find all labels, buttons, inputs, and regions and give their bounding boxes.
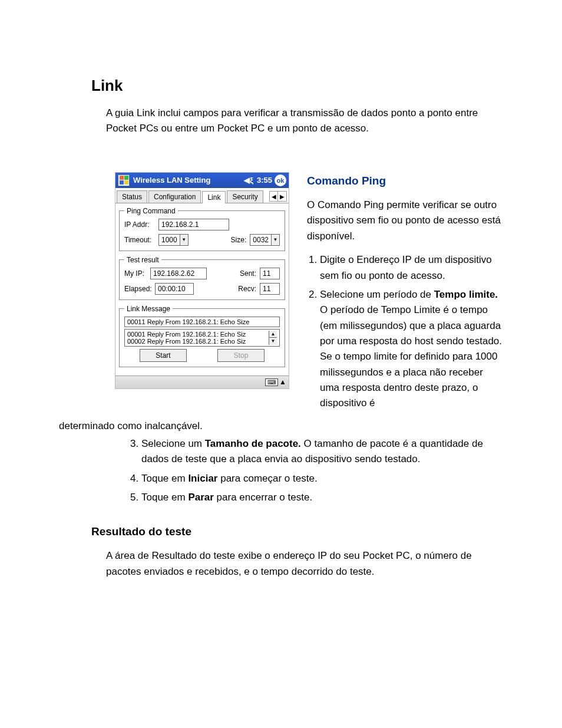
comando-ping-heading: Comando Ping [307,172,503,189]
ip-addr-input[interactable] [158,219,229,230]
tab-scroll-arrows[interactable]: ◀ ▶ [269,191,287,202]
stop-button[interactable]: Stop [217,349,265,362]
step-4: Toque em Iniciar para começar o teste. [141,471,503,486]
step-1: Digite o Endereço IP de um dispositivo s… [320,252,503,284]
tab-link[interactable]: Link [202,191,226,203]
ping-command-group: Ping Command IP Addr: Timeout: 1000▼ Siz… [119,207,285,251]
size-label: Size: [231,236,247,244]
scrollbar[interactable]: ▲ ▼ [269,331,277,345]
chevron-down-icon: ▼ [180,235,188,245]
pocketpc-screenshot: Wireless LAN Setting ◀ξ 3:55 ok Status C… [115,172,289,389]
menu-up-icon[interactable]: ▲ [279,378,286,386]
ping-command-legend: Ping Command [124,207,178,215]
comando-ping-intro: O Comando Ping permite verificar se outr… [307,197,503,244]
myip-input[interactable] [150,268,207,279]
step-2: Selecione um período de Tempo limite. O … [320,287,503,411]
timeout-select[interactable]: 1000▼ [158,234,189,246]
tab-right-icon[interactable]: ▶ [278,192,286,201]
tab-bar: Status Configuration Link Security ◀ ▶ [115,188,289,203]
elapsed-input[interactable] [155,283,194,295]
log-line: 00001 Reply From 192.168.2.1: Echo Siz [127,331,269,338]
step-3: Selecione um Tamanho de pacote. O tamanh… [141,436,503,467]
keyboard-icon[interactable]: ⌨ [265,378,278,386]
intro-paragraph: A guia Link inclui campos para verificar… [106,106,480,137]
link-message-legend: Link Message [124,305,173,313]
link-message-group: Link Message 00011 Reply From 192.168.2.… [119,305,285,367]
titlebar: Wireless LAN Setting ◀ξ 3:55 ok [115,173,289,188]
step-2-continuation: determinado como inalcançável. [59,419,503,434]
ok-button[interactable]: ok [275,174,286,186]
log-line: 00002 Reply From 192.168.2.1: Echo Siz [127,338,269,345]
ip-addr-label: IP Addr: [124,220,158,229]
tab-status[interactable]: Status [117,190,147,203]
page-title: Link [91,77,503,95]
resultado-paragraph: A área de Resultado do teste exibe o end… [106,548,480,579]
link-message-current: 00011 Reply From 192.168.2.1: Echo Size [124,317,280,327]
sent-label: Sent: [240,269,256,278]
chevron-down-icon: ▼ [271,235,279,245]
link-message-log[interactable]: 00001 Reply From 192.168.2.1: Echo Siz 0… [124,329,280,347]
tab-security[interactable]: Security [227,190,263,203]
myip-label: My IP: [124,269,150,278]
volume-icon: ◀ξ [244,176,253,185]
test-result-legend: Test result [124,256,161,264]
scroll-up-icon[interactable]: ▲ [269,331,277,338]
scroll-down-icon[interactable]: ▼ [269,338,277,345]
timeout-label: Timeout: [124,236,158,244]
tab-left-icon[interactable]: ◀ [270,192,278,201]
step-5: Toque em Parar para encerrar o teste. [141,490,503,505]
elapsed-label: Elapsed: [124,285,155,293]
bottom-bar: ⌨ ▲ [115,375,289,388]
windows-logo-icon [118,174,130,186]
start-button[interactable]: Start [140,349,187,362]
recv-input[interactable] [260,283,280,295]
app-title: Wireless LAN Setting [133,176,210,185]
tab-configuration[interactable]: Configuration [148,190,201,203]
resultado-heading: Resultado do teste [91,525,503,538]
test-result-group: Test result My IP: Sent: Elapsed: Recv: [119,256,285,300]
sent-input[interactable] [260,268,280,279]
recv-label: Recv: [238,285,256,293]
clock-time: 3:55 [257,176,272,185]
size-select[interactable]: 0032▼ [250,234,280,246]
